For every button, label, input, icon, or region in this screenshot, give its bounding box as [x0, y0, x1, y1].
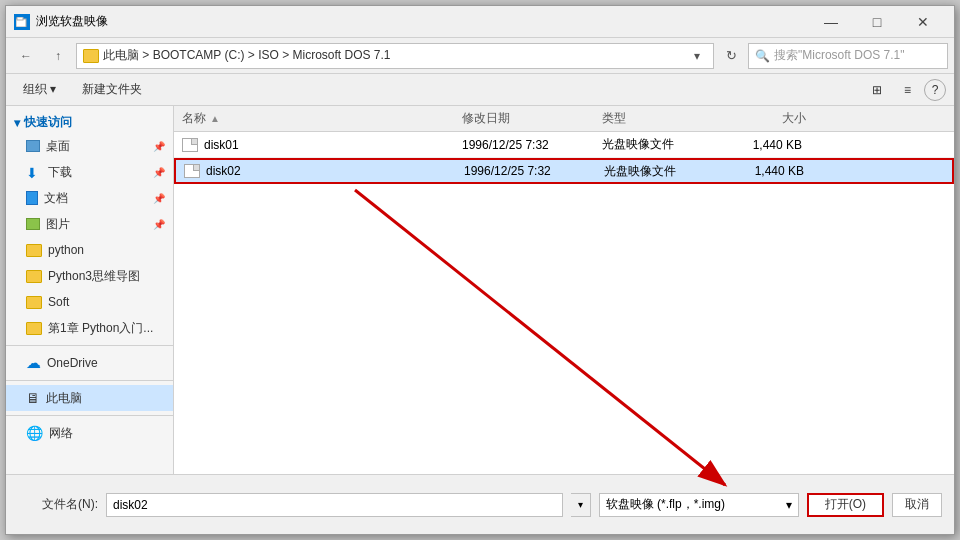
- file-area: 名称 ▲ 修改日期 类型 大小: [174, 106, 954, 474]
- col-type-header[interactable]: 类型: [594, 110, 714, 127]
- file-icon-disk02: [184, 163, 200, 179]
- file-name-disk02: disk02: [176, 163, 456, 179]
- sidebar-item-soft[interactable]: Soft: [6, 289, 173, 315]
- up-icon: ↑: [55, 49, 61, 63]
- window-controls: — □ ✕: [808, 6, 946, 38]
- filetype-dropdown-icon: ▾: [786, 498, 792, 512]
- pin-icon4: 📌: [153, 219, 165, 230]
- pin-icon3: 📌: [153, 193, 165, 204]
- cancel-button[interactable]: 取消: [892, 493, 942, 517]
- quick-access-label: 快速访问: [24, 114, 72, 131]
- search-icon: 🔍: [755, 49, 770, 63]
- sidebar-item-chapter1-label: 第1章 Python入门...: [48, 320, 153, 337]
- file-type-disk02: 光盘映像文件: [596, 163, 716, 180]
- desktop-icon: [26, 140, 40, 152]
- sidebar-item-onedrive[interactable]: ☁ OneDrive: [6, 350, 173, 376]
- up-button[interactable]: ↑: [44, 43, 72, 69]
- filetype-select[interactable]: 软盘映像 (*.flp，*.img) ▾: [599, 493, 799, 517]
- filename-input[interactable]: [106, 493, 563, 517]
- sidebar-item-network[interactable]: 🌐 网络: [6, 420, 173, 446]
- close-button[interactable]: ✕: [900, 6, 946, 38]
- sidebar-item-thispc-label: 此电脑: [46, 390, 82, 407]
- chapter1-folder-icon: [26, 322, 42, 335]
- col-size-label: 大小: [782, 111, 806, 125]
- view-icons-button[interactable]: ⊞: [863, 78, 891, 102]
- organize-button[interactable]: 组织 ▾: [14, 78, 65, 102]
- documents-icon: [26, 191, 38, 205]
- sidebar-item-onedrive-label: OneDrive: [47, 356, 98, 370]
- window-icon: [14, 14, 30, 30]
- quick-access-header[interactable]: ▾ 快速访问: [6, 110, 173, 133]
- sidebar-item-python3[interactable]: Python3思维导图: [6, 263, 173, 289]
- refresh-icon: ↻: [726, 48, 737, 63]
- sidebar: ▾ 快速访问 桌面 📌 ⬇ 下载 📌 文档: [6, 106, 174, 474]
- file-row-disk02[interactable]: disk02 1996/12/25 7:32 光盘映像文件 1,440 KB: [174, 158, 954, 184]
- sidebar-item-python3-label: Python3思维导图: [48, 268, 140, 285]
- address-bar[interactable]: 此电脑 > BOOTCAMP (C:) > ISO > Microsoft DO…: [76, 43, 714, 69]
- python-folder-icon: [26, 244, 42, 257]
- sidebar-item-images[interactable]: 图片 📌: [6, 211, 173, 237]
- sidebar-item-soft-label: Soft: [48, 295, 69, 309]
- sort-arrow: ▲: [210, 113, 220, 124]
- pin-icon: 📌: [153, 141, 165, 152]
- sidebar-item-python-label: python: [48, 243, 84, 257]
- refresh-button[interactable]: ↻: [718, 43, 744, 69]
- view-controls: ⊞ ≡ ?: [863, 78, 946, 102]
- minimize-button[interactable]: —: [808, 6, 854, 38]
- address-text: 此电脑 > BOOTCAMP (C:) > ISO > Microsoft DO…: [103, 47, 683, 64]
- maximize-button[interactable]: □: [854, 6, 900, 38]
- pin-icon2: 📌: [153, 167, 165, 178]
- images-icon: [26, 218, 40, 230]
- network-icon: 🌐: [26, 425, 43, 441]
- file-name-disk02-text: disk02: [206, 164, 241, 178]
- col-name-header[interactable]: 名称 ▲: [174, 110, 454, 127]
- search-box[interactable]: 🔍 搜索"Microsoft DOS 7.1": [748, 43, 948, 69]
- sidebar-item-images-label: 图片: [46, 216, 70, 233]
- file-name-disk01: disk01: [174, 137, 454, 153]
- file-list-header: 名称 ▲ 修改日期 类型 大小: [174, 106, 954, 132]
- sidebar-item-download[interactable]: ⬇ 下载 📌: [6, 159, 173, 185]
- svg-rect-1: [17, 17, 23, 20]
- col-type-label: 类型: [602, 111, 626, 125]
- sidebar-item-desktop-label: 桌面: [46, 138, 70, 155]
- main-content: ▾ 快速访问 桌面 📌 ⬇ 下载 📌 文档: [6, 106, 954, 474]
- computer-icon: 🖥: [26, 390, 40, 406]
- command-toolbar: 组织 ▾ 新建文件夹 ⊞ ≡ ?: [6, 74, 954, 106]
- back-icon: ←: [20, 49, 32, 63]
- file-date-disk02: 1996/12/25 7:32: [456, 164, 596, 178]
- new-folder-button[interactable]: 新建文件夹: [73, 78, 151, 102]
- view-list-button[interactable]: ≡: [895, 78, 920, 102]
- file-name-disk01-text: disk01: [204, 138, 239, 152]
- address-toolbar: ← ↑ 此电脑 > BOOTCAMP (C:) > ISO > Microsof…: [6, 38, 954, 74]
- sidebar-divider1: [6, 345, 173, 346]
- filename-label: 文件名(N):: [18, 496, 98, 513]
- col-name-label: 名称: [182, 110, 206, 127]
- quick-access-section: ▾ 快速访问 桌面 📌 ⬇ 下载 📌 文档: [6, 110, 173, 341]
- sidebar-item-chapter1[interactable]: 第1章 Python入门...: [6, 315, 173, 341]
- col-date-label: 修改日期: [462, 111, 510, 125]
- help-button[interactable]: ?: [924, 79, 946, 101]
- sidebar-item-documents[interactable]: 文档 📌: [6, 185, 173, 211]
- col-date-header[interactable]: 修改日期: [454, 110, 594, 127]
- file-icon-disk01: [182, 137, 198, 153]
- sidebar-item-thispc[interactable]: 🖥 此电脑: [6, 385, 173, 411]
- onedrive-icon: ☁: [26, 354, 41, 372]
- quick-access-arrow: ▾: [14, 116, 20, 130]
- open-button[interactable]: 打开(O): [807, 493, 884, 517]
- address-dropdown-icon[interactable]: ▾: [687, 44, 707, 68]
- python3-folder-icon: [26, 270, 42, 283]
- file-row-disk01[interactable]: disk01 1996/12/25 7:32 光盘映像文件 1,440 KB: [174, 132, 954, 158]
- sidebar-item-python[interactable]: python: [6, 237, 173, 263]
- sidebar-divider3: [6, 415, 173, 416]
- filetype-label: 软盘映像 (*.flp，*.img): [606, 496, 725, 513]
- sidebar-item-download-label: 下载: [48, 164, 72, 181]
- col-size-header[interactable]: 大小: [714, 110, 814, 127]
- filename-row: 文件名(N): ▾ 软盘映像 (*.flp，*.img) ▾ 打开(O) 取消: [18, 493, 942, 517]
- file-size-disk01: 1,440 KB: [714, 138, 814, 152]
- bottom-bar: 文件名(N): ▾ 软盘映像 (*.flp，*.img) ▾ 打开(O) 取消: [6, 474, 954, 534]
- back-button[interactable]: ←: [12, 43, 40, 69]
- sidebar-item-desktop[interactable]: 桌面 📌: [6, 133, 173, 159]
- sidebar-divider2: [6, 380, 173, 381]
- filename-dropdown-button[interactable]: ▾: [571, 493, 591, 517]
- soft-folder-icon: [26, 296, 42, 309]
